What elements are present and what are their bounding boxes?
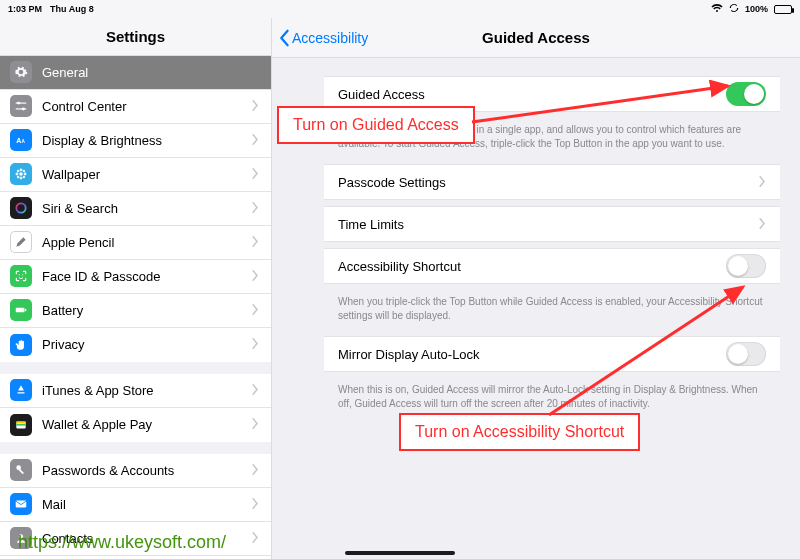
sidebar-item-battery[interactable]: Battery bbox=[0, 294, 271, 328]
faceid-icon bbox=[10, 265, 32, 287]
cell-label: Guided Access bbox=[338, 87, 425, 102]
guided-access-toggle[interactable]: Guided Access bbox=[324, 76, 780, 112]
battery-icon bbox=[774, 5, 792, 14]
svg-point-9 bbox=[16, 173, 19, 176]
chevron-right-icon bbox=[252, 337, 259, 352]
appstore-icon bbox=[10, 379, 32, 401]
chevron-right-icon bbox=[252, 463, 259, 478]
mirror-auto-lock-toggle-switch[interactable] bbox=[726, 342, 766, 366]
svg-rect-1 bbox=[16, 103, 27, 104]
accessibility-shortcut-toggle-switch[interactable] bbox=[726, 254, 766, 278]
aa-icon: AA bbox=[10, 129, 32, 151]
svg-point-13 bbox=[17, 176, 20, 179]
chevron-right-icon bbox=[252, 497, 259, 512]
wifi-icon bbox=[711, 4, 723, 15]
cell-label: Passcode Settings bbox=[338, 175, 446, 190]
guided-access-toggle-switch[interactable] bbox=[726, 82, 766, 106]
sidebar-item-label: Privacy bbox=[42, 337, 85, 352]
chevron-right-icon bbox=[252, 531, 259, 546]
chevron-right-icon bbox=[252, 201, 259, 216]
home-indicator bbox=[345, 551, 455, 555]
sidebar-item-label: Wallpaper bbox=[42, 167, 100, 182]
chevron-right-icon bbox=[252, 383, 259, 398]
mirror-auto-lock-toggle[interactable]: Mirror Display Auto-Lock bbox=[324, 336, 780, 372]
pencil-icon bbox=[10, 231, 32, 253]
svg-point-16 bbox=[19, 275, 20, 276]
detail-pane: Accessibility Guided Access Guided Acces… bbox=[272, 18, 800, 559]
sidebar-item-label: Mail bbox=[42, 497, 66, 512]
section-footer: When you triple-click the Top Button whi… bbox=[324, 290, 780, 336]
back-button[interactable]: Accessibility bbox=[278, 18, 368, 58]
svg-text:A: A bbox=[16, 137, 21, 144]
svg-rect-19 bbox=[25, 309, 26, 311]
hand-icon bbox=[10, 334, 32, 356]
chevron-right-icon bbox=[252, 303, 259, 318]
status-time: 1:03 PM bbox=[8, 4, 42, 14]
key-icon bbox=[10, 459, 32, 481]
sidebar-item-wallet-apple-pay[interactable]: Wallet & Apple Pay bbox=[0, 408, 271, 442]
sidebar-item-passwords-accounts[interactable]: Passwords & Accounts bbox=[0, 454, 271, 488]
sidebar-item-display-brightness[interactable]: AADisplay & Brightness bbox=[0, 124, 271, 158]
svg-point-6 bbox=[19, 173, 23, 177]
cell-label: Accessibility Shortcut bbox=[338, 259, 461, 274]
svg-point-15 bbox=[16, 204, 25, 213]
sidebar-item-face-id-passcode[interactable]: Face ID & Passcode bbox=[0, 260, 271, 294]
sidebar-item-control-center[interactable]: Control Center bbox=[0, 90, 271, 124]
svg-rect-21 bbox=[16, 421, 25, 423]
battery-icon bbox=[10, 299, 32, 321]
time-limits-row[interactable]: Time Limits bbox=[324, 206, 780, 242]
sidebar-item-label: Passwords & Accounts bbox=[42, 463, 174, 478]
sync-icon bbox=[729, 3, 739, 15]
settings-sidebar: Settings GeneralControl CenterAADisplay … bbox=[0, 18, 272, 559]
sidebar-item-label: Siri & Search bbox=[42, 201, 118, 216]
status-bar: 1:03 PM Thu Aug 8 100% bbox=[0, 0, 800, 18]
sidebar-item-label: Apple Pencil bbox=[42, 235, 114, 250]
svg-rect-18 bbox=[16, 308, 25, 313]
svg-point-12 bbox=[23, 170, 26, 173]
sidebar-item-label: Contacts bbox=[42, 531, 93, 546]
svg-rect-24 bbox=[19, 469, 24, 474]
sidebar-item-general[interactable]: General bbox=[0, 56, 271, 90]
svg-rect-3 bbox=[16, 109, 27, 110]
sidebar-item-label: Display & Brightness bbox=[42, 133, 162, 148]
svg-point-10 bbox=[24, 173, 27, 176]
sidebar-title: Settings bbox=[0, 18, 271, 56]
svg-point-11 bbox=[17, 170, 20, 173]
status-battery-pct: 100% bbox=[745, 4, 768, 14]
back-label: Accessibility bbox=[292, 30, 368, 46]
sliders-icon bbox=[10, 95, 32, 117]
siri-icon bbox=[10, 197, 32, 219]
sidebar-item-mail[interactable]: Mail bbox=[0, 488, 271, 522]
chevron-right-icon bbox=[252, 133, 259, 148]
cell-label: Time Limits bbox=[338, 217, 404, 232]
accessibility-shortcut-toggle[interactable]: Accessibility Shortcut bbox=[324, 248, 780, 284]
chevron-right-icon bbox=[252, 167, 259, 182]
wallet-icon bbox=[10, 414, 32, 436]
detail-title: Guided Access bbox=[482, 29, 590, 46]
chevron-right-icon bbox=[759, 175, 766, 190]
section-footer: Guided Access keeps the iPad in a single… bbox=[324, 118, 780, 164]
chevron-right-icon bbox=[759, 217, 766, 232]
sidebar-item-privacy[interactable]: Privacy bbox=[0, 328, 271, 362]
chevron-right-icon bbox=[252, 417, 259, 432]
chevron-right-icon bbox=[252, 99, 259, 114]
svg-point-8 bbox=[20, 177, 23, 180]
svg-point-26 bbox=[19, 534, 23, 538]
sidebar-item-label: Battery bbox=[42, 303, 83, 318]
cell-label: Mirror Display Auto-Lock bbox=[338, 347, 480, 362]
status-date: Thu Aug 8 bbox=[50, 4, 94, 14]
contacts-icon bbox=[10, 527, 32, 549]
svg-point-17 bbox=[22, 275, 23, 276]
sidebar-item-wallpaper[interactable]: Wallpaper bbox=[0, 158, 271, 192]
gear-icon bbox=[10, 61, 32, 83]
passcode-settings-row[interactable]: Passcode Settings bbox=[324, 164, 780, 200]
sidebar-item-itunes-app-store[interactable]: iTunes & App Store bbox=[0, 374, 271, 408]
sidebar-item-apple-pencil[interactable]: Apple Pencil bbox=[0, 226, 271, 260]
sidebar-item-siri-search[interactable]: Siri & Search bbox=[0, 192, 271, 226]
svg-point-14 bbox=[23, 176, 26, 179]
sidebar-item-contacts[interactable]: Contacts bbox=[0, 522, 271, 556]
svg-text:A: A bbox=[22, 139, 26, 144]
svg-point-7 bbox=[20, 169, 23, 172]
svg-rect-25 bbox=[16, 501, 27, 508]
sidebar-item-label: Face ID & Passcode bbox=[42, 269, 161, 284]
